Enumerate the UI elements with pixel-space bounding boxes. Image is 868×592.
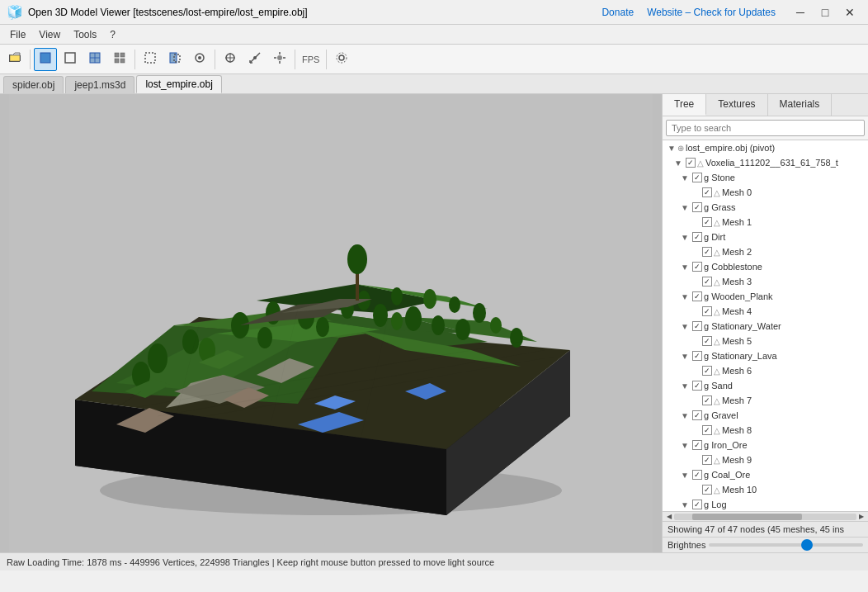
menu-help[interactable]: ? [103, 27, 122, 42]
cb-coal-ore[interactable] [692, 470, 702, 480]
tab-jeep[interactable]: jeep1.ms3d [65, 76, 134, 93]
tree-toggle-mesh9[interactable]: ▶ [691, 456, 701, 465]
cb-mesh9[interactable] [702, 455, 712, 465]
origin-button[interactable] [219, 48, 242, 71]
cb-stone[interactable] [692, 173, 702, 182]
cb-voxelia[interactable] [686, 158, 696, 168]
model-canvas[interactable] [0, 94, 662, 552]
tree-toggle-gravel[interactable]: ▼ [681, 411, 691, 420]
tab-spider[interactable]: spider.obj [3, 76, 64, 93]
solid-view-button[interactable] [34, 48, 57, 71]
tree-toggle-mesh10[interactable]: ▶ [691, 485, 701, 495]
tree-toggle-mesh4[interactable]: ▶ [691, 307, 701, 316]
close-button[interactable]: ✕ [838, 3, 861, 21]
tree-iron-ore[interactable]: ▼ g Iron_Ore [663, 438, 868, 452]
tree-mesh6[interactable]: ▶ △ Mesh 6 [663, 363, 868, 378]
cb-stationary-water[interactable] [692, 321, 702, 331]
tree-stationary-water[interactable]: ▼ g Stationary_Water [663, 319, 868, 334]
explode-button[interactable] [268, 48, 291, 71]
tree-toggle-mesh6[interactable]: ▶ [691, 367, 701, 376]
tree-toggle-coal-ore[interactable]: ▼ [681, 471, 691, 480]
cb-mesh2[interactable] [702, 247, 712, 257]
lines-view-button[interactable] [59, 48, 82, 71]
grid-button[interactable] [108, 48, 131, 71]
tree-mesh2[interactable]: ▶ △ Mesh 2 [663, 244, 868, 259]
tab-lostempire[interactable]: lost_empire.obj [136, 75, 221, 93]
panel-tab-tree[interactable]: Tree [663, 94, 706, 116]
viewport[interactable]: Press [R] to reset the view X Y Z ✛ 👁 [0, 94, 662, 552]
open-button[interactable] [3, 48, 26, 71]
tree-mesh10[interactable]: ▶ △ Mesh 10 [663, 482, 868, 497]
brightness-thumb[interactable] [801, 539, 813, 551]
tree-gravel[interactable]: ▼ g Gravel [663, 408, 868, 423]
light-button[interactable] [188, 48, 211, 71]
tree-toggle-mesh2[interactable]: ▶ [691, 248, 701, 257]
cb-log[interactable] [692, 500, 702, 509]
cb-cobblestone[interactable] [692, 262, 702, 272]
cb-iron-ore[interactable] [692, 440, 702, 450]
tree-toggle-mesh0[interactable]: ▶ [691, 188, 701, 197]
tree-root[interactable]: ▼ ⊕ lost_empire.obj (pivot) [663, 140, 868, 155]
tree-container[interactable]: ▼ ⊕ lost_empire.obj (pivot) ▼ △ Voxelia_… [663, 140, 868, 511]
tree-mesh5[interactable]: ▶ △ Mesh 5 [663, 334, 868, 348]
tree-stone[interactable]: ▼ g Stone [663, 170, 868, 185]
tree-sand[interactable]: ▼ g Sand [663, 378, 868, 393]
cb-grass[interactable] [692, 202, 702, 212]
select-button[interactable] [139, 48, 162, 71]
panel-tab-textures[interactable]: Textures [706, 94, 767, 116]
tree-toggle-dirt[interactable]: ▼ [681, 233, 691, 242]
tree-mesh9[interactable]: ▶ △ Mesh 9 [663, 452, 868, 467]
scroll-right-arrow[interactable]: ▶ [856, 512, 866, 522]
hscroll-thumb[interactable] [692, 514, 802, 520]
tree-toggle-wooden-plank[interactable]: ▼ [681, 292, 691, 301]
measure-button[interactable] [243, 48, 267, 71]
tree-coal-ore[interactable]: ▼ g Coal_Ore [663, 467, 868, 482]
cb-dirt[interactable] [692, 232, 702, 242]
menu-view[interactable]: View [32, 27, 67, 42]
cb-mesh8[interactable] [702, 425, 712, 435]
cb-mesh0[interactable] [702, 187, 712, 197]
menu-file[interactable]: File [3, 27, 32, 42]
panel-tab-materials[interactable]: Materials [768, 94, 833, 116]
tree-toggle-log[interactable]: ▼ [681, 500, 691, 509]
cb-wooden-plank[interactable] [692, 291, 702, 301]
cb-mesh7[interactable] [702, 395, 712, 405]
tree-wooden-plank[interactable]: ▼ g Wooden_Plank [663, 289, 868, 304]
cb-sand[interactable] [692, 381, 702, 391]
tree-grass[interactable]: ▼ g Grass [663, 200, 868, 215]
tree-toggle-mesh8[interactable]: ▶ [691, 426, 701, 435]
tree-toggle-sand[interactable]: ▼ [681, 381, 691, 391]
tree-log[interactable]: ▼ g Log [663, 497, 868, 511]
tree-toggle-voxelia[interactable]: ▼ [674, 159, 684, 168]
tree-mesh0[interactable]: ▶ △ Mesh 0 [663, 185, 868, 200]
settings-button[interactable] [330, 48, 353, 71]
tree-mesh7[interactable]: ▶ △ Mesh 7 [663, 393, 868, 408]
tree-dirt[interactable]: ▼ g Dirt [663, 230, 868, 244]
tree-mesh8[interactable]: ▶ △ Mesh 8 [663, 423, 868, 438]
tree-toggle-mesh3[interactable]: ▶ [691, 277, 701, 287]
tree-toggle-stationary-lava[interactable]: ▼ [681, 352, 691, 361]
tree-hscroll[interactable]: ◀ ▶ [663, 511, 868, 521]
tree-mesh1[interactable]: ▶ △ Mesh 1 [663, 215, 868, 230]
cb-mesh10[interactable] [702, 485, 712, 495]
tree-toggle-grass[interactable]: ▼ [681, 203, 691, 212]
hscroll-track[interactable] [674, 514, 856, 520]
cb-mesh6[interactable] [702, 366, 712, 376]
search-input[interactable] [666, 120, 865, 136]
object-select-button[interactable] [163, 48, 186, 71]
cb-mesh4[interactable] [702, 306, 712, 316]
both-view-button[interactable] [83, 48, 106, 71]
tree-toggle-cobblestone[interactable]: ▼ [681, 263, 691, 272]
tree-toggle-mesh1[interactable]: ▶ [691, 218, 701, 227]
tree-mesh3[interactable]: ▶ △ Mesh 3 [663, 274, 868, 289]
tree-toggle-mesh7[interactable]: ▶ [691, 396, 701, 405]
tree-stationary-lava[interactable]: ▼ g Stationary_Lava [663, 348, 868, 363]
scroll-left-arrow[interactable]: ◀ [664, 512, 674, 522]
brightness-slider[interactable] [709, 543, 863, 547]
donate-link[interactable]: Donate [601, 7, 634, 18]
tree-cobblestone[interactable]: ▼ g Cobblestone [663, 259, 868, 274]
tree-toggle-mesh5[interactable]: ▶ [691, 337, 701, 346]
cb-stationary-lava[interactable] [692, 351, 702, 361]
cb-mesh1[interactable] [702, 217, 712, 227]
tree-mesh4[interactable]: ▶ △ Mesh 4 [663, 304, 868, 319]
